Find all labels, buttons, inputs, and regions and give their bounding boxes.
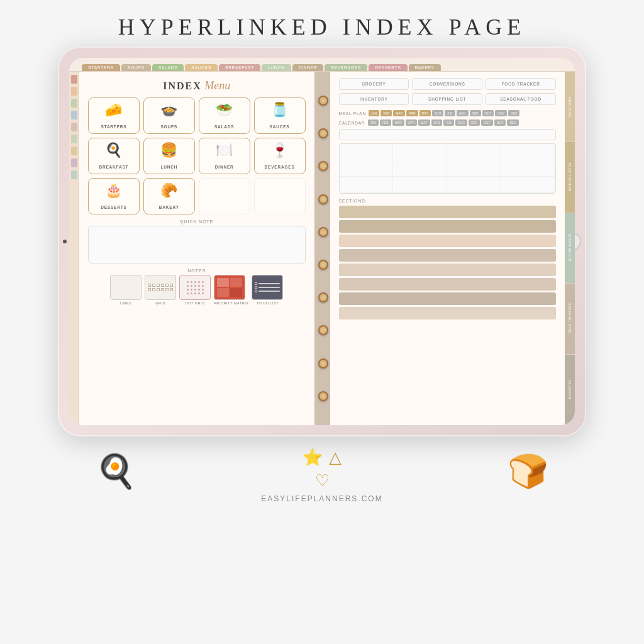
cal-may[interactable]: MAY — [418, 119, 430, 126]
food-item-sauces[interactable]: 🫙 SAUCES — [254, 97, 306, 134]
cal-aug[interactable]: AUG — [455, 119, 467, 126]
cal-jun[interactable]: JUN — [431, 119, 443, 126]
cal-jan[interactable]: JAN — [368, 119, 379, 126]
section-bar-1[interactable] — [339, 206, 557, 218]
tab-breakfast[interactable]: BREAKFAST — [219, 64, 260, 71]
cal-dec[interactable]: DEC — [507, 119, 519, 126]
btn-shopping-list[interactable]: SHOPPING LIST — [412, 93, 482, 105]
section-bar-4[interactable] — [339, 249, 557, 262]
month-nov[interactable]: NOV — [495, 110, 507, 116]
spiral-ring-7 — [318, 292, 328, 303]
star-icon: ⭐ — [303, 448, 323, 467]
month-mar[interactable]: MAR — [393, 110, 405, 116]
section-bar-7[interactable] — [339, 292, 557, 305]
food-item-salads[interactable]: 🥗 SALADS — [199, 97, 250, 134]
food-item-beverages[interactable]: 🍷 BEVERAGES — [254, 138, 306, 174]
notes-grid: LINED G — [88, 275, 306, 305]
note-type-lined[interactable]: LINED — [110, 275, 142, 305]
camera-dot — [63, 240, 67, 243]
tab-starters[interactable]: STARTERS — [82, 64, 120, 71]
right-buttons: GROCERY CONVERSIONS FOOD TRACKER INVENTO… — [339, 78, 557, 105]
cal-jul[interactable]: JUL — [443, 119, 454, 126]
month-dec[interactable]: DEC — [508, 110, 520, 116]
right-tab-mealplan[interactable]: MEAL PLAN — [565, 72, 575, 142]
note-type-priority[interactable]: PRIORITY MATRIX — [214, 275, 248, 305]
tab-dinner[interactable]: DINNER — [292, 64, 324, 71]
month-feb[interactable]: FEB — [380, 110, 392, 116]
spiral-ring-9 — [318, 358, 328, 369]
right-tab-shoppinglist[interactable]: SHOPPING LIST — [565, 213, 575, 284]
food-grid: 🧀 STARTERS 🍲 SOUPS 🥗 SALADS 🫙 SAUCES — [88, 97, 306, 214]
month-jun[interactable]: JUN — [432, 110, 443, 116]
note-type-grid[interactable]: GRID — [145, 275, 176, 305]
cal-nov[interactable]: NOV — [494, 119, 506, 126]
heart-icon: ♡ — [315, 471, 330, 491]
btn-inventory[interactable]: INVENTORY — [339, 93, 409, 105]
tab-sauces[interactable]: SAUCES — [185, 64, 218, 71]
cal-feb[interactable]: FEB — [380, 119, 391, 126]
month-sep[interactable]: SEP — [470, 110, 481, 116]
bottom-section: 🍳 ⭐ △ ♡ 🍞 EASYLIFEPLANNERS.COM — [58, 441, 586, 503]
tab-lunch[interactable]: LUNCH — [262, 64, 291, 71]
quick-note-box[interactable] — [88, 226, 306, 264]
middle-icons-group: ⭐ △ ♡ — [303, 448, 341, 491]
cal-sep[interactable]: SEP — [469, 119, 480, 126]
tab-bar: STARTERS SOUPS SALADS SAUCES BREAKFAST L… — [69, 58, 575, 72]
food-item-desserts[interactable]: 🎂 DESSERTS — [88, 178, 140, 214]
right-tab-foodtracker[interactable]: FOOD TRACKER — [565, 142, 575, 213]
month-apr[interactable]: APR — [406, 110, 418, 116]
sections-area: SECTIONS: — [339, 199, 557, 319]
food-item-soups[interactable]: 🍲 SOUPS — [143, 97, 195, 134]
spiral-ring-2 — [318, 128, 328, 138]
food-item-lunch[interactable]: 🍔 LUNCH — [143, 138, 195, 174]
section-bar-6[interactable] — [339, 278, 557, 291]
month-oct[interactable]: OCT — [482, 110, 494, 116]
spiral-ring-6 — [318, 260, 328, 270]
food-item-starters[interactable]: 🧀 STARTERS — [88, 97, 140, 134]
planner-content: INDEX Menu 🧀 STARTERS 🍲 SOUPS 🥗 — [69, 72, 575, 425]
calendar-months: JAN FEB MAR APR MAY JUN JUL AUG SEP OCT … — [368, 119, 519, 126]
section-bar-5[interactable] — [339, 264, 557, 276]
btn-conversions[interactable]: CONVERSIONS — [412, 78, 482, 90]
note-type-dotgrid[interactable]: DOT GRID — [179, 275, 211, 305]
spiral-ring-10 — [318, 391, 328, 401]
tab-bakery[interactable]: BAKERY — [409, 64, 441, 71]
cal-apr[interactable]: APR — [406, 119, 417, 126]
cal-mar[interactable]: MAR — [392, 119, 404, 126]
right-tab-seasonalfood[interactable]: SEASONAL FOOD — [565, 284, 575, 354]
section-bar-8[interactable] — [339, 307, 557, 319]
month-jul[interactable]: JUL — [445, 110, 455, 116]
btn-grocery[interactable]: GROCERY — [339, 78, 409, 90]
index-word: INDEX — [163, 80, 202, 91]
section-bar-2[interactable] — [339, 220, 557, 233]
tablet-wrapper: STARTERS SOUPS SALADS SAUCES BREAKFAST L… — [58, 47, 586, 436]
btn-food-tracker[interactable]: FOOD TRACKER — [486, 78, 556, 90]
tab-beverages[interactable]: BEVERAGES — [325, 64, 367, 71]
meal-plan-row: MEAL PLAN JAN FEB MAR APR MAY JUN JUL AU… — [339, 110, 557, 116]
notes-section: NOTES — [88, 269, 306, 305]
month-aug[interactable]: AUG — [457, 110, 469, 116]
spiral-ring-1 — [318, 96, 328, 106]
right-tab-calendar[interactable]: CALENDAR — [565, 355, 575, 425]
food-item-dinner[interactable]: 🍽️ DINNER — [199, 138, 250, 174]
month-jan[interactable]: JAN — [369, 110, 379, 116]
food-item-bakery[interactable]: 🥐 BAKERY — [143, 178, 195, 214]
tablet-screen: STARTERS SOUPS SALADS SAUCES BREAKFAST L… — [69, 58, 575, 425]
page-title: HYPERLINKED INDEX PAGE — [118, 14, 526, 40]
spiral-ring-3 — [318, 161, 328, 171]
tab-soups[interactable]: SOUPS — [121, 64, 151, 71]
section-bar-3[interactable] — [339, 235, 557, 247]
month-may[interactable]: MAY — [419, 110, 431, 116]
btn-seasonal-food[interactable]: SEASONAL FOOD — [486, 93, 556, 105]
food-item-breakfast[interactable]: 🍳 BREAKFAST — [88, 138, 140, 174]
quick-note-label: QUICK NOTE — [88, 219, 306, 224]
tab-salads[interactable]: SALADS — [152, 64, 184, 71]
middle-icons-top: ⭐ △ — [303, 448, 341, 467]
tab-desserts[interactable]: DESSERTS — [369, 64, 408, 71]
spiral-binding — [316, 72, 330, 425]
right-input-box[interactable] — [339, 129, 557, 140]
calendar-label: CALENDAR — [339, 121, 365, 125]
cal-oct[interactable]: OCT — [481, 119, 493, 126]
note-type-todo[interactable]: TO DO LIST — [252, 275, 283, 305]
notes-label: NOTES — [88, 269, 306, 273]
